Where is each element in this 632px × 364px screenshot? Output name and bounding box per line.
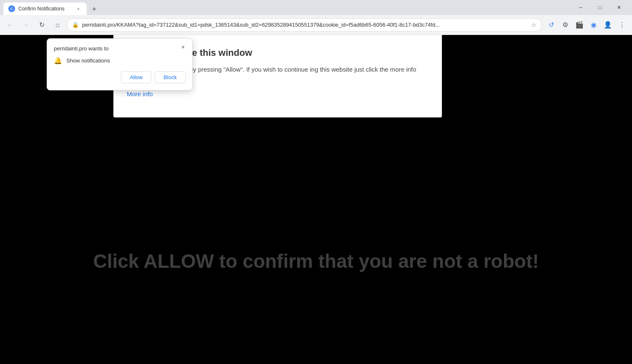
extension-icon-circle[interactable]: ◉ xyxy=(587,18,600,32)
browser-window: C Confirm Notifications × + ─ □ ✕ ← → ↻ … xyxy=(0,0,632,364)
tab-favicon: C xyxy=(8,5,15,12)
window-controls: ─ □ ✕ xyxy=(571,1,629,14)
close-window-button[interactable]: ✕ xyxy=(609,1,629,14)
popup-site-text: perridainti.pro wants to xyxy=(54,45,186,52)
back-button[interactable]: ← xyxy=(3,18,17,32)
block-button[interactable]: Block xyxy=(155,71,186,83)
toolbar: ← → ↻ ⌂ 🔒 perridainti.pro/KKAMA?tag_id=7… xyxy=(0,15,632,35)
tab-title: Confirm Notifications xyxy=(18,6,72,12)
title-bar: C Confirm Notifications × + ─ □ ✕ xyxy=(0,0,632,15)
popup-buttons: Allow Block xyxy=(54,71,186,83)
bell-icon: 🔔 xyxy=(54,57,62,65)
tab-close-button[interactable]: × xyxy=(75,5,82,12)
bottom-text: Click ALLOW to confirm that you are not … xyxy=(0,250,632,272)
extension-icons: ↺ ⚙ 🎬 ◉ 👤 ⋮ xyxy=(544,18,629,32)
page-content: "Allow" to close this window window can … xyxy=(0,35,632,364)
allow-button[interactable]: Allow xyxy=(121,71,151,83)
maximize-button[interactable]: □ xyxy=(590,1,609,14)
extension-icon-refresh[interactable]: ↺ xyxy=(544,18,558,32)
address-bar[interactable]: 🔒 perridainti.pro/KKAMA?tag_id=737122&su… xyxy=(67,18,542,32)
url-text: perridainti.pro/KKAMA?tag_id=737122&sub_… xyxy=(82,22,528,28)
active-tab[interactable]: C Confirm Notifications × xyxy=(3,2,87,15)
notification-popup: × perridainti.pro wants to 🔔 Show notifi… xyxy=(47,38,193,90)
tab-strip: C Confirm Notifications × + xyxy=(3,0,571,15)
minimize-button[interactable]: ─ xyxy=(571,1,590,14)
more-info-link[interactable]: More info xyxy=(127,90,429,97)
home-button[interactable]: ⌂ xyxy=(51,18,64,32)
popup-permission-row: 🔔 Show notifications xyxy=(54,57,186,65)
profile-icon[interactable]: 👤 xyxy=(601,18,614,32)
menu-button[interactable]: ⋮ xyxy=(615,18,629,32)
forward-button[interactable]: → xyxy=(19,18,33,32)
bookmark-star-icon[interactable]: ☆ xyxy=(531,22,537,28)
new-tab-button[interactable]: + xyxy=(88,3,100,15)
extension-icon-gear[interactable]: ⚙ xyxy=(559,18,572,32)
lock-icon: 🔒 xyxy=(72,22,79,28)
popup-close-button[interactable]: × xyxy=(179,43,187,51)
extension-icon-video[interactable]: 🎬 xyxy=(573,18,586,32)
refresh-button[interactable]: ↻ xyxy=(35,18,48,32)
permission-text: Show notifications xyxy=(66,57,110,64)
